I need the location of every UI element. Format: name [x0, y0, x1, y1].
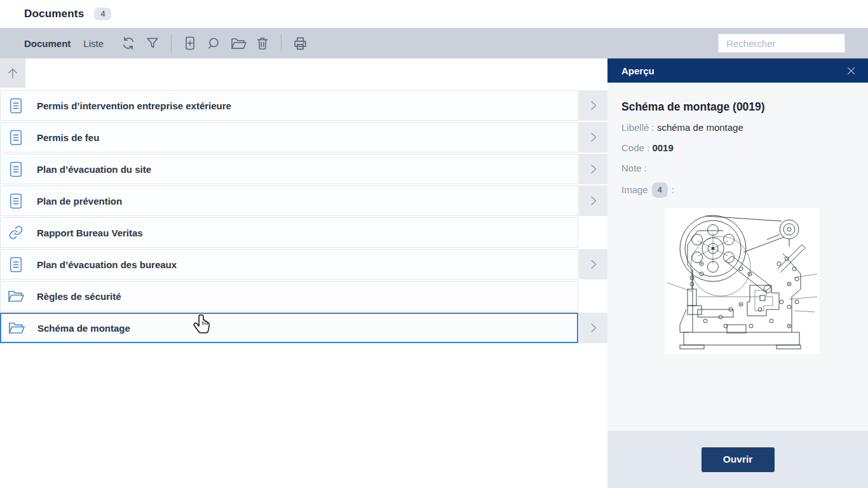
open-item-chevron-button[interactable]	[579, 154, 607, 184]
list-item: Rapport Bureau Veritas	[0, 217, 607, 248]
print-button[interactable]	[288, 31, 312, 55]
list-item-1[interactable]: Permis d’intervention entreprise extérie…	[0, 90, 578, 121]
open-item-chevron-button[interactable]	[579, 313, 607, 343]
list-item: Permis de feu	[0, 122, 607, 152]
search-button[interactable]	[202, 31, 226, 55]
list-item-8[interactable]: Schéma de montage	[0, 313, 578, 343]
open-folder-icon	[231, 37, 247, 50]
toolbar-divider	[171, 34, 172, 52]
preview-title: Schéma de montage (0019)	[621, 100, 854, 114]
arrow-up-icon	[6, 66, 20, 80]
document-icon	[8, 128, 24, 147]
open-item-chevron-button[interactable]	[579, 122, 607, 152]
preview-footer: Ouvrir	[607, 431, 868, 488]
list-item-label: Plan d’évacuation du site	[37, 164, 151, 175]
list-item: Schéma de montage	[0, 313, 607, 343]
filter-button[interactable]	[140, 31, 165, 55]
document-icon	[8, 159, 24, 179]
toolbar-divider	[281, 34, 281, 52]
delete-button[interactable]	[250, 31, 275, 55]
close-icon	[846, 65, 857, 76]
document-icon	[8, 96, 24, 115]
field-image: Image4:	[621, 182, 854, 198]
list-item-label: Permis de feu	[37, 132, 99, 143]
list-item: Plan de prévention	[0, 186, 607, 216]
refresh-icon	[121, 36, 136, 51]
folder-icon	[8, 318, 25, 337]
toolbar: Document Liste	[0, 28, 868, 58]
add-document-button[interactable]	[178, 31, 202, 55]
preview-image	[665, 208, 820, 354]
list-item-label: Plan d’évacuation des bureaux	[37, 259, 177, 270]
list-item-7[interactable]: Règles de sécurité	[0, 281, 578, 311]
list-item-3[interactable]: Plan d’évacuation du site	[0, 154, 578, 184]
list-item: Plan d’évacuation des bureaux	[0, 249, 607, 280]
field-code-value: 0019	[652, 142, 673, 153]
filter-icon	[145, 36, 160, 51]
documents-count-badge: 4	[94, 8, 111, 20]
list-item: Plan d’évacuation du site	[0, 154, 607, 184]
open-item-chevron-button[interactable]	[579, 90, 607, 121]
document-list: Permis d’intervention entreprise extérie…	[0, 58, 607, 488]
list-item-label: Schéma de montage	[37, 323, 130, 334]
open-folder-button[interactable]	[226, 31, 250, 55]
list-item-label: Règles de sécurité	[37, 291, 121, 302]
list-item-6[interactable]: Plan d’évacuation des bureaux	[0, 249, 578, 280]
document-icon	[8, 191, 24, 210]
list-item-label: Permis d’intervention entreprise extérie…	[37, 100, 231, 111]
add-document-icon	[182, 36, 198, 51]
app-window: Documents 4 Document Liste Perm	[0, 0, 868, 488]
field-note: Note :	[621, 162, 854, 175]
preview-body: Schéma de montage (0019) Libellé : schém…	[607, 83, 868, 431]
machine-schematic-drawing	[665, 208, 820, 354]
go-up-button[interactable]	[0, 58, 25, 88]
open-item-chevron-button[interactable]	[579, 249, 607, 280]
list-item-5[interactable]: Rapport Bureau Veritas	[0, 217, 578, 248]
link-icon	[8, 223, 24, 242]
chevron-right-icon	[587, 321, 600, 335]
parent-folder-row	[0, 58, 607, 88]
parent-folder-row-blank	[25, 58, 607, 88]
chevron-right-icon	[587, 162, 600, 176]
field-code: Code : 0019	[621, 142, 854, 154]
list-item-label: Rapport Bureau Veritas	[37, 227, 143, 238]
document-icon	[8, 255, 24, 274]
tab-document[interactable]: Document	[24, 38, 71, 49]
list-item-4[interactable]: Plan de prévention	[0, 186, 578, 216]
search-icon	[207, 36, 222, 51]
open-button[interactable]: Ouvrir	[702, 447, 775, 472]
preview-panel: Aperçu Schéma de montage (0019) Libellé …	[607, 58, 868, 488]
tab-liste[interactable]: Liste	[83, 38, 104, 49]
preview-header: Aperçu	[607, 58, 868, 83]
chevron-right-icon	[587, 257, 600, 271]
list-item: Permis d’intervention entreprise extérie…	[0, 90, 607, 121]
page-title: Documents	[24, 8, 84, 20]
chevron-right-icon	[587, 98, 600, 112]
list-item-label: Plan de prévention	[37, 196, 122, 207]
field-libelle: Libellé : schéma de montage	[621, 121, 854, 134]
folder-icon	[8, 287, 24, 306]
list-item: Règles de sécurité	[0, 281, 607, 311]
refresh-button[interactable]	[116, 31, 140, 55]
open-item-chevron-button[interactable]	[579, 186, 607, 216]
list-item-2[interactable]: Permis de feu	[0, 122, 578, 152]
page-header: Documents 4	[0, 0, 868, 28]
chevron-right-icon	[587, 130, 600, 144]
search-input[interactable]	[718, 34, 845, 53]
image-count-badge: 4	[652, 182, 668, 198]
preview-header-title: Aperçu	[621, 65, 844, 76]
chevron-right-icon	[587, 194, 600, 208]
printer-icon	[292, 36, 308, 51]
trash-icon	[255, 36, 270, 51]
field-libelle-value: schéma de montage	[657, 122, 743, 133]
close-preview-button[interactable]	[844, 64, 858, 78]
